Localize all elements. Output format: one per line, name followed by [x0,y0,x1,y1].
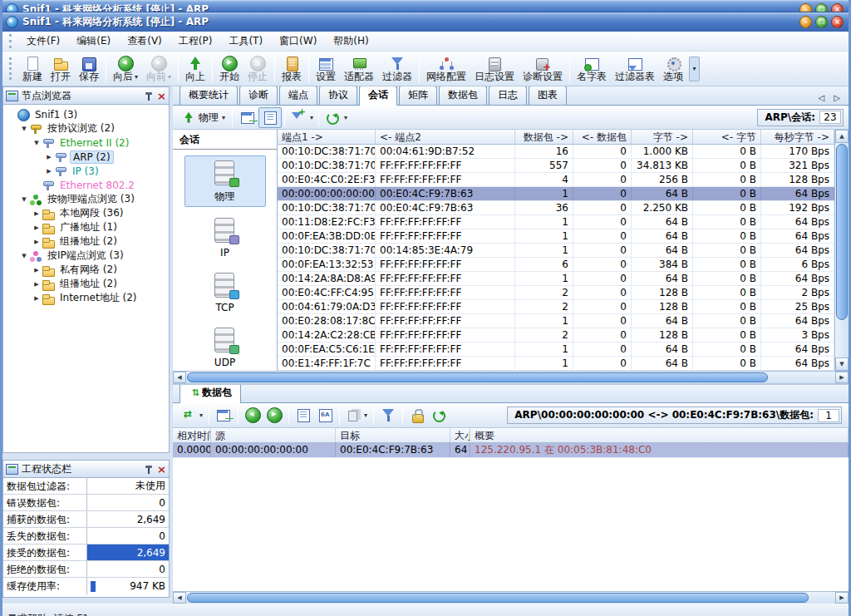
collapsed-arrow-icon[interactable]: ▶ [32,239,42,245]
close-panel-icon[interactable]: × [157,464,166,475]
next-packet-button[interactable] [264,406,284,425]
restore-button[interactable]: ❐ [815,16,828,28]
toolbar-button-13[interactable]: 日志设置 [470,55,519,83]
collapsed-arrow-icon[interactable]: ▶ [44,168,54,175]
expanded-arrow-icon[interactable]: ▼ [19,253,29,259]
toolbar-button-4[interactable]: 向前▾ [142,55,175,83]
packet-column-header-3[interactable]: 大小 [450,428,470,442]
packet-column-header-0[interactable]: 相对时间 [173,428,211,442]
collapsed-arrow-icon[interactable]: ▶ [32,281,42,288]
toolbar-button-3[interactable]: 向后▾ [109,55,142,83]
close-panel-icon[interactable]: × [157,91,166,101]
column-header-5[interactable]: <- 字节 [693,130,761,144]
tree-item-4[interactable]: ▶IP (3) [5,164,169,178]
packet-column-header-1[interactable]: 源 [211,428,336,442]
packet-column-header-2[interactable]: 目标 [336,428,450,442]
tab-packets[interactable]: 数据包 [180,383,241,403]
toolbar-button-7[interactable]: 停止 [243,55,272,83]
lock-button[interactable] [407,406,427,425]
toolbar-button-10[interactable]: 适配器 [340,55,378,83]
column-header-1[interactable]: <- 端点2 [376,130,515,144]
session-type-3[interactable]: UDP [184,323,266,371]
pin-icon[interactable] [143,464,154,475]
horizontal-scrollbar[interactable]: ◀ ▶ [173,371,849,383]
session-row[interactable]: 00:10:DC:38:71:70FF:FF:FF:FF:FF:FF557034… [278,159,834,173]
tree-item-7[interactable]: ▶本地网段 (36) [5,206,169,220]
toolbar-button-16[interactable]: 过滤器表 [611,55,659,83]
session-row[interactable]: 00:E0:28:08:17:8CFF:FF:FF:FF:FF:FF1064 B… [278,314,834,328]
adapter-view-button[interactable] [214,406,234,425]
toolbar-button-0[interactable]: 新建 [18,55,47,83]
column-header-0[interactable]: 端点1 -> [278,130,376,144]
previous-packet-button[interactable] [243,406,263,425]
packet-column-header-4[interactable]: 概要 [470,428,849,442]
expanded-arrow-icon[interactable]: ▼ [32,140,42,146]
session-type-2[interactable]: TCP [184,268,266,317]
toolbar-overflow-button[interactable]: ▾ [689,57,700,81]
session-row[interactable]: 00:14:2A:C2:28:CBFF:FF:FF:FF:FF:FF20128 … [278,328,834,342]
decode-view-button[interactable] [293,406,313,425]
menu-item-2[interactable]: 查看(V) [119,32,170,51]
toolbar-button-1[interactable]: 打开 [47,55,75,83]
tree-item-3[interactable]: ▶ARP (2) [5,150,169,164]
collapsed-arrow-icon[interactable]: ▶ [32,224,42,231]
minimize-button[interactable]: – [799,16,812,28]
tree-item-1[interactable]: ▼按协议浏览 (2) [5,121,169,136]
session-row[interactable]: 00:10:DC:38:71:7000:14:85:3E:4A:791064 B… [278,244,834,258]
scroll-right-button[interactable]: ▶ [835,592,849,604]
packet-horizontal-scrollbar[interactable]: ◀ ▶ [173,591,849,604]
menu-item-4[interactable]: 工具(T) [220,32,271,51]
session-row[interactable]: 00:0F:EA:C5:C6:1EFF:FF:FF:FF:FF:FF1064 B… [278,342,834,357]
restore-button[interactable]: ❐ [815,3,828,12]
collapsed-arrow-icon[interactable]: ▶ [32,295,42,302]
menu-item-3[interactable]: 工程(P) [170,32,221,51]
session-row[interactable]: 00:10:DC:38:71:7000:04:61:9D:B7:521601.0… [278,145,834,159]
session-row[interactable]: 00:04:61:79:0A:D3FF:FF:FF:FF:FF:FF20128 … [278,300,834,314]
scroll-left-button[interactable]: ◀ [173,372,186,383]
tree-item-5[interactable]: Ethernet 802.2 [5,178,169,192]
endpoint-type-button[interactable]: 物理 ▾ [178,108,228,127]
collapsed-arrow-icon[interactable]: ▶ [32,210,42,217]
toolbar-button-9[interactable]: 设置 [312,55,340,83]
scroll-thumb[interactable] [836,144,848,320]
session-type-0[interactable]: 物理 [184,155,266,207]
scroll-down-button[interactable]: ▼ [835,357,849,371]
scroll-left-button[interactable]: ◀ [173,592,186,604]
tab-2[interactable]: 端点 [279,86,317,105]
session-row[interactable]: 00:11:D8:E2:FC:F3FF:FF:FF:FF:FF:FF1064 B… [278,215,834,229]
tab-5[interactable]: 矩阵 [399,86,437,105]
tree-item-13[interactable]: ▶Internet地址 (2) [5,291,169,305]
refresh-button[interactable]: ▾ [322,108,350,127]
toolbar-button-5[interactable]: 向上 [181,55,209,83]
menu-item-5[interactable]: 窗口(W) [271,32,325,51]
tree-item-8[interactable]: ▶广播地址 (1) [5,220,169,234]
scroll-thumb[interactable] [187,372,768,382]
tree-item-12[interactable]: ▶组播地址 (2) [5,277,169,291]
tree-item-11[interactable]: ▶私有网络 (2) [5,263,169,277]
close-button[interactable]: × [831,3,844,12]
toolbar-button-12[interactable]: 网络配置 [422,55,470,83]
tab-7[interactable]: 日志 [489,86,527,105]
expanded-arrow-icon[interactable]: ▼ [19,196,29,203]
hex-view-button[interactable] [315,406,335,425]
tab-3[interactable]: 协议 [319,86,357,105]
tree-item-9[interactable]: ▶组播地址 (2) [5,234,169,249]
session-row[interactable]: 00:E1:4F:FF:1F:7CFF:FF:FF:FF:FF:FF1064 B… [278,357,834,371]
add-filter-button[interactable]: ▾ [288,108,316,127]
packet-row[interactable]: 0.00000000:00:00:00:00:0000:E0:4C:F9:7B:… [173,443,849,458]
tree-item-2[interactable]: ▼Ethernet II (2) [5,136,169,150]
tab-4[interactable]: 会话 [359,86,397,106]
tab-6[interactable]: 数据包 [439,86,487,105]
copy-button[interactable]: ▾ [344,406,369,425]
collapsed-arrow-icon[interactable]: ▶ [32,267,42,274]
tree-item-6[interactable]: ▼按物理端点浏览 (3) [5,192,169,206]
tab-0[interactable]: 概要统计 [180,86,238,105]
close-button[interactable]: × [831,16,844,28]
export-button[interactable]: ▾ [180,406,204,425]
scroll-thumb[interactable] [187,593,809,603]
expanded-arrow-icon[interactable]: ▼ [19,126,29,132]
column-header-6[interactable]: 每秒字节 -> [761,130,834,144]
toolbar-button-17[interactable]: 选项 [659,55,687,83]
adapter-view-button[interactable] [237,108,258,127]
collapsed-arrow-icon[interactable]: ▶ [44,154,54,160]
